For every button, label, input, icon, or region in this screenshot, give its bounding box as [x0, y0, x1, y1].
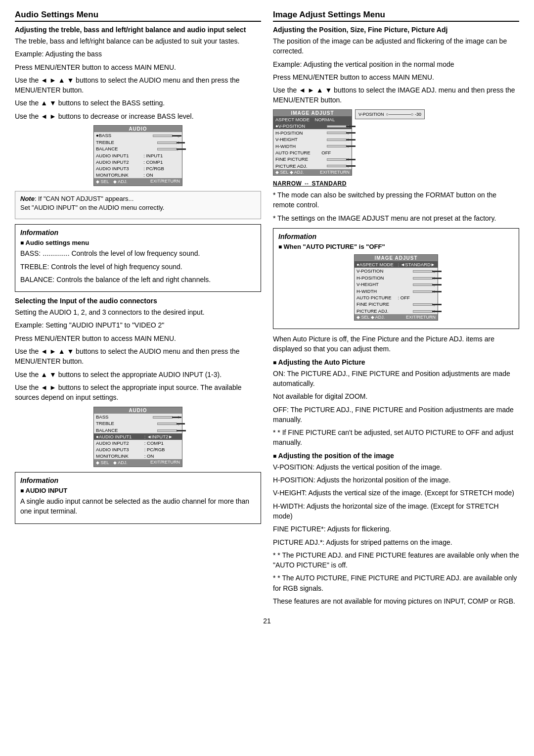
adj-auto-picture-title: Adjusting the Auto Picture — [273, 358, 519, 366]
table-row: MONITORLINK : ON — [94, 172, 182, 178]
m2-balance-label: BALANCE — [94, 427, 142, 434]
info1-item-0: BASS: .............. Controls the level … — [20, 248, 256, 258]
info1-item-2: BALANCE: Controls the balance of the lef… — [20, 275, 256, 284]
m4-aspect-value: : ◄STANDARD► — [396, 261, 438, 268]
menu-row-ainput1-label: AUDIO INPUT1 — [94, 152, 141, 159]
m2-balance-slider: ⌐ — [142, 427, 182, 434]
table-row: H-POSITION ○ — [273, 129, 352, 136]
table-row: AUTO PICTURE OFF — [273, 149, 352, 156]
adj-pos-item-3: H-WIDTH: Adjusts the horizontal size of … — [273, 501, 519, 521]
table-row: ASPECT MODE NORMAL — [273, 116, 352, 123]
image-example-label: Example: Adjusting the vertical position… — [273, 59, 519, 69]
when-auto-text: When Auto Picture is off, the Fine Pictu… — [273, 334, 519, 354]
m3-vpos-label: ●V-POSITION — [273, 123, 319, 130]
audio-menu-1-footer: ◆ SEL ◆ ADJ. EXIT/RETURN — [94, 178, 182, 186]
info1-item-1: TREBLE: Controls the level of high frequ… — [20, 262, 256, 272]
note-line1: : If "CAN NOT ADJUST" appears... — [35, 195, 134, 202]
selecting-step-2: Use the ◄ ► ▲ ▼ buttons to select the AU… — [15, 346, 261, 367]
m2-monlink-label: MONITORLINK — [94, 453, 142, 459]
info1-title: Information — [20, 229, 256, 236]
m3-vheight-slider: ○ — [319, 136, 352, 143]
image-menu-3-header: IMAGE ADJUST — [273, 110, 352, 116]
table-row: BALANCE ⌐ — [94, 427, 182, 434]
m2-monlink-value: : ON — [142, 453, 182, 459]
image-menu-3-footer: ◆ SEL ◆ ADJ. EXIT/RETURN — [273, 169, 352, 175]
m3-hwidth-label: H-WIDTH — [273, 142, 319, 149]
menu-row-bass-label: ●BASS — [94, 132, 141, 139]
menu-row-monlink-value: : ON — [141, 172, 182, 178]
m2-ainput1-value: : ◄INPUT2► — [142, 433, 182, 440]
table-row: ●BASS —○ — [94, 132, 182, 139]
note-label: Note — [20, 195, 35, 202]
table-row: MONITORLINK : ON — [94, 453, 182, 459]
audio-menu-1-table: ●BASS —○ TREBLE ○ BALANCE ⌐ — [94, 132, 182, 178]
audio-menu-mockup-2: AUDIO BASS —○ TREBLE ○ BALANCE — [93, 407, 182, 468]
adj-pos-item-0: V-POSITION: Adjusts the vertical positio… — [273, 462, 519, 472]
m2-treble-slider: ○ — [142, 420, 182, 427]
m3-hwidth-slider: ○ — [319, 142, 352, 149]
footer3-exit: EXIT/RETURN — [320, 170, 350, 175]
table-row: H-POSITION ○ — [355, 275, 438, 282]
info-box-2: Information AUDIO INPUT A single audio i… — [15, 472, 261, 524]
m2-ainput3-label: AUDIO INPUT3 — [94, 446, 142, 453]
image-menu-4-header: IMAGE ADJUST — [355, 255, 438, 261]
adj-pos-item-2: V-HEIGHT: Adjusts the vertical size of t… — [273, 488, 519, 498]
m4-aspect-label: ●ASPECT MODE — [355, 261, 396, 268]
m2-ainput1-label: ●AUDIO INPUT1 — [94, 433, 142, 440]
audio-step-3: Use the ▲ ▼ buttons to select the BASS s… — [15, 98, 261, 108]
m4-vheight-slider: ○ — [396, 281, 438, 288]
table-row: AUDIO INPUT2 : COMP1 — [94, 159, 182, 165]
m4-vpos-slider: ○ — [396, 268, 438, 275]
table-row: ●V-POSITION ○ — [273, 123, 352, 130]
table-row: V-HEIGHT ○ — [273, 136, 352, 143]
image-menu-wrap-1: IMAGE ADJUST ASPECT MODE NORMAL ●V-POSIT… — [273, 109, 519, 176]
m3-vpos-slider: ○ — [319, 123, 352, 130]
menu-row-monlink-label: MONITORLINK — [94, 172, 141, 178]
footer2-sel: ◆ SEL ◆ ADJ. — [96, 460, 128, 466]
m2-treble-label: TREBLE — [94, 420, 142, 427]
m4-autopic-label: AUTO PICTURE — [355, 294, 396, 301]
m2-ainput2-label: AUDIO INPUT2 — [94, 440, 142, 446]
adj-position-title: Adjusting the position of the image — [273, 452, 519, 460]
info2-subsection: AUDIO INPUT — [20, 487, 256, 494]
m3-picadj-label: PICTURE ADJ. — [273, 162, 319, 169]
table-row: AUDIO INPUT2 : COMP1 — [94, 440, 182, 446]
adj-pos-item-1: H-POSITION: Adjusts the horizontal posit… — [273, 475, 519, 485]
right-column: Image Adjust Settings Menu Adjusting the… — [273, 10, 519, 609]
table-row: H-WIDTH ○ — [273, 142, 352, 149]
table-row: FINE PICTURE ○ — [273, 156, 352, 163]
m4-vheight-label: V-HEIGHT — [355, 281, 396, 288]
m4-picadj-slider: ○ — [396, 308, 438, 315]
audio-menu-2-footer: ◆ SEL ◆ ADJ. EXIT/RETURN — [94, 459, 182, 467]
left-column: Audio Settings Menu Adjusting the treble… — [15, 10, 261, 609]
footer2-exit: EXIT/RETURN — [150, 460, 180, 466]
note-text: Note: If "CAN NOT ADJUST" appears... Set… — [20, 194, 256, 213]
m4-hpos-slider: ○ — [396, 275, 438, 282]
info2-text: A single audio input cannot be selected … — [20, 496, 256, 517]
menu-row-ainput2-label: AUDIO INPUT2 — [94, 159, 141, 165]
menu-row-balance-slider: ⌐ — [141, 145, 182, 152]
image-menu-4-table: ●ASPECT MODE : ◄STANDARD► V-POSITION ○ H… — [355, 261, 438, 314]
narrow-standard: NARROW ↔ STANDARD — [273, 180, 519, 188]
m3-autopic-value: OFF — [319, 149, 352, 156]
table-row: PICTURE ADJ. ○ — [355, 308, 438, 315]
info-auto-subsection: When "AUTO PICTURE" is "OFF" — [278, 243, 514, 250]
m2-bass-label: BASS — [94, 414, 142, 421]
note-line2: Set "AUDIO INPUT" on the AUDIO menu corr… — [20, 204, 164, 211]
narrow-bullet-1: * The mode can also be switched by press… — [273, 190, 519, 210]
m3-aspect-mode: ASPECT MODE NORMAL — [273, 116, 352, 123]
image-step-1: Press MENU/ENTER button to access MAIN M… — [273, 72, 519, 82]
menu-row-ainput3-label: AUDIO INPUT3 — [94, 165, 141, 172]
image-menu-4-footer: ◆ SEL ◆ ADJ. EXIT/RETURN — [355, 314, 438, 320]
vpos-indicator: V-POSITION ○—————○ -30 — [355, 109, 425, 119]
info2-title: Information — [20, 476, 256, 484]
selecting-title: Selecting the Input of the audio connect… — [15, 297, 261, 305]
table-row: BASS —○ — [94, 414, 182, 421]
audio-step-2: Use the ◄ ► ▲ ▼ buttons to select the AU… — [15, 75, 261, 95]
m4-hwidth-label: H-WIDTH — [355, 288, 396, 295]
table-row: V-POSITION ○ — [355, 268, 438, 275]
m3-hpos-slider: ○ — [319, 129, 352, 136]
table-row: ●AUDIO INPUT1 : ◄INPUT2► — [94, 433, 182, 440]
footer4-sel: ◆ SEL ◆ ADJ. — [356, 315, 385, 320]
selecting-example: Example: Setting "AUDIO INPUT1" to "VIDE… — [15, 320, 261, 330]
